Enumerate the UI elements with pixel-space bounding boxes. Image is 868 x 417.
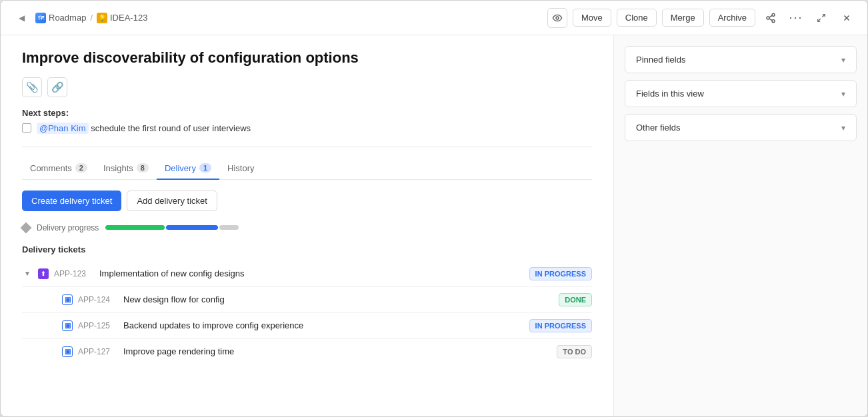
main-window: ◀ 🗺 Roadmap / 💡 IDEA-123 Move Clone Merg… <box>0 0 868 417</box>
action-buttons: Create delivery ticket Add delivery tick… <box>22 191 592 211</box>
ticket-id: APP-124 <box>78 295 118 304</box>
ticket-name: Improve page rendering time <box>123 346 551 356</box>
watch-button[interactable] <box>547 8 567 28</box>
delivery-progress-row: Delivery progress <box>22 223 592 232</box>
progress-bar-container <box>105 225 239 230</box>
breadcrumb-roadmap-label[interactable]: Roadmap <box>49 13 86 23</box>
table-row: ▣ APP-124 New design flow for config DON… <box>22 287 592 313</box>
tab-comments-count: 2 <box>75 163 87 173</box>
tabs-bar: Comments 2 Insights 8 Delivery 1 History <box>22 158 592 180</box>
merge-button[interactable]: Merge <box>662 9 704 27</box>
ticket-name: New design flow for config <box>123 294 553 304</box>
status-badge: IN PROGRESS <box>529 267 592 280</box>
breadcrumb-idea: 💡 IDEA-123 <box>97 13 147 23</box>
svg-line-5 <box>769 15 773 17</box>
progress-bar-green <box>105 225 164 230</box>
progress-diamond-icon <box>21 222 32 233</box>
pinned-fields-label: Pinned fields <box>636 55 685 65</box>
more-options-button[interactable]: ··· <box>786 8 806 28</box>
fields-in-view-label: Fields in this view <box>636 89 704 99</box>
next-steps-label: Next steps: <box>22 108 592 118</box>
tab-comments-label: Comments <box>30 163 72 173</box>
tab-delivery-label: Delivery <box>165 163 196 173</box>
left-panel: Improve discoverability of configuration… <box>1 35 614 416</box>
link-button[interactable]: 🔗 <box>47 77 67 97</box>
svg-point-0 <box>556 17 559 19</box>
pinned-fields-section: Pinned fields ▾ <box>625 46 857 73</box>
status-badge: IN PROGRESS <box>529 319 592 332</box>
tab-comments[interactable]: Comments 2 <box>22 158 95 180</box>
tab-history-label: History <box>227 163 254 173</box>
other-fields-section: Other fields ▾ <box>625 114 857 141</box>
breadcrumb: ◀ 🗺 Roadmap / 💡 IDEA-123 <box>11 8 147 28</box>
attachment-button[interactable]: 📎 <box>22 77 42 97</box>
svg-line-4 <box>769 19 773 21</box>
fields-in-view-header[interactable]: Fields in this view ▾ <box>625 81 856 107</box>
clone-button[interactable]: Clone <box>617 9 657 27</box>
progress-bar-grey <box>219 225 239 230</box>
breadcrumb-roadmap: 🗺 Roadmap <box>35 13 86 23</box>
ticket-id: APP-127 <box>78 347 118 356</box>
tab-insights-label: Insights <box>103 163 133 173</box>
svg-line-6 <box>822 14 825 17</box>
right-panel: Pinned fields ▾ Fields in this view ▾ Ot… <box>614 35 867 416</box>
chevron-down-icon: ▾ <box>841 89 845 99</box>
ticket-id: APP-125 <box>78 321 118 330</box>
ticket-name: Implementation of new config designs <box>99 268 524 278</box>
chevron-down-icon: ▾ <box>841 123 845 133</box>
checklist-rest-text: schedule the first round of user intervi… <box>89 123 251 133</box>
checklist-checkbox[interactable] <box>22 123 31 133</box>
close-button[interactable] <box>837 8 857 28</box>
move-button[interactable]: Move <box>573 9 611 27</box>
section-divider <box>22 147 592 147</box>
pinned-fields-header[interactable]: Pinned fields ▾ <box>625 47 856 73</box>
breadcrumb-separator: / <box>90 13 93 23</box>
table-row: ▣ APP-125 Backend updates to improve con… <box>22 313 592 339</box>
create-delivery-ticket-button[interactable]: Create delivery ticket <box>22 191 121 211</box>
archive-button[interactable]: Archive <box>709 9 755 27</box>
idea-icon: 💡 <box>97 13 107 23</box>
ticket-name: Backend updates to improve config experi… <box>123 320 524 330</box>
status-badge: DONE <box>559 293 592 306</box>
delivery-tickets-section: Delivery tickets ▼ ⬆ APP-123 Implementat… <box>22 244 592 364</box>
ticket-id: APP-123 <box>54 269 94 278</box>
ticket-icon-purple: ⬆ <box>38 268 49 279</box>
toolbar-icons: 📎 🔗 <box>22 77 592 97</box>
svg-point-1 <box>772 13 775 16</box>
top-actions: Move Clone Merge Archive ··· <box>547 8 857 28</box>
share-button[interactable] <box>761 8 781 28</box>
roadmap-icon: 🗺 <box>35 13 46 23</box>
checklist-item: @Phan Kim schedule the first round of us… <box>22 123 592 133</box>
table-row: ▣ APP-127 Improve page rendering time TO… <box>22 339 592 364</box>
table-row: ▼ ⬆ APP-123 Implementation of new config… <box>22 261 592 287</box>
svg-line-7 <box>818 19 821 21</box>
top-bar: ◀ 🗺 Roadmap / 💡 IDEA-123 Move Clone Merg… <box>1 1 867 35</box>
other-fields-header[interactable]: Other fields ▾ <box>625 115 856 141</box>
tab-delivery[interactable]: Delivery 1 <box>157 158 219 180</box>
collapse-button[interactable]: ▼ <box>22 268 33 279</box>
breadcrumb-idea-id[interactable]: IDEA-123 <box>110 13 147 23</box>
main-content: Improve discoverability of configuration… <box>1 35 867 416</box>
other-fields-label: Other fields <box>636 123 680 133</box>
ticket-icon-blue: ▣ <box>62 320 73 331</box>
status-badge: TO DO <box>557 345 592 358</box>
ticket-icon-blue: ▣ <box>62 294 73 305</box>
checklist-text: @Phan Kim schedule the first round of us… <box>37 123 251 133</box>
page-title: Improve discoverability of configuration… <box>22 49 592 68</box>
chevron-down-icon: ▾ <box>841 55 845 65</box>
progress-label: Delivery progress <box>37 223 99 232</box>
next-steps-section: Next steps: @Phan Kim schedule the first… <box>22 108 592 133</box>
delivery-tickets-title: Delivery tickets <box>22 244 592 254</box>
add-delivery-ticket-button[interactable]: Add delivery ticket <box>127 191 217 211</box>
sidebar-toggle-button[interactable]: ◀ <box>11 8 31 28</box>
svg-point-2 <box>767 17 769 19</box>
mention-tag: @Phan Kim <box>37 123 89 134</box>
tab-insights-count: 8 <box>137 163 149 173</box>
progress-bar-blue <box>166 225 218 230</box>
tab-insights[interactable]: Insights 8 <box>95 158 157 180</box>
fields-in-view-section: Fields in this view ▾ <box>625 80 857 107</box>
tab-history[interactable]: History <box>219 158 262 180</box>
ticket-icon-blue: ▣ <box>62 346 73 357</box>
tab-delivery-count: 1 <box>199 163 211 173</box>
expand-button[interactable] <box>811 8 831 28</box>
